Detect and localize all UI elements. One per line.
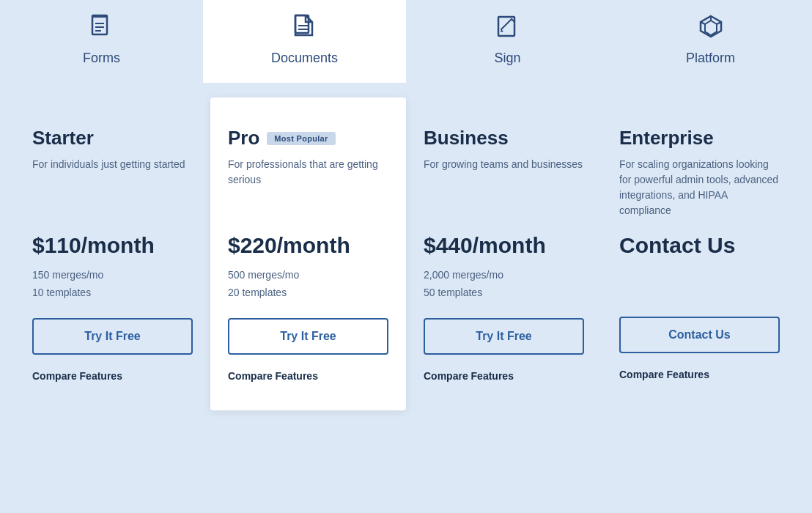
plan-pro-merges-line1: 500 merges/mo [228,269,299,281]
plan-starter-merges: 150 merges/mo 10 templates [32,267,193,302]
plan-business-description: For growing teams and businesses [424,157,584,223]
plan-pro-description: For professionals that are getting serio… [228,157,388,223]
svg-rect-0 [92,15,107,34]
documents-icon [292,13,318,45]
plan-business: Business For growing teams and businesse… [406,105,602,410]
plan-pro-compare[interactable]: Compare Features [228,370,318,382]
plan-enterprise: Enterprise For scaling organizations loo… [602,105,797,410]
forms-icon [89,13,115,45]
svg-line-11 [501,19,512,29]
plan-starter: Starter For individuals just getting sta… [15,105,210,410]
plan-pro-merges: 500 merges/mo 20 templates [228,267,388,302]
plan-starter-cta[interactable]: Try It Free [32,318,193,355]
svg-rect-6 [295,15,309,33]
plan-enterprise-price: Contact Us [619,233,780,258]
tab-sign-label: Sign [494,51,520,66]
tab-forms-label: Forms [83,51,120,66]
plan-starter-merges-line1: 150 merges/mo [32,269,103,281]
pricing-section: Starter For individuals just getting sta… [0,83,812,440]
plan-business-merges: 2,000 merges/mo 50 templates [424,267,584,302]
nav-tabs: Forms Documents [0,0,812,83]
plan-enterprise-name: Enterprise [619,127,780,150]
svg-marker-13 [705,21,717,35]
plan-business-price: $440/month [424,233,584,258]
plan-business-compare[interactable]: Compare Features [424,370,514,382]
tab-platform-label: Platform [686,51,735,66]
most-popular-badge: Most Popular [267,132,335,145]
plan-starter-name: Starter [32,127,193,150]
tab-documents[interactable]: Documents [203,0,406,83]
plan-pro: Pro Most Popular For professionals that … [210,97,406,410]
plan-enterprise-compare[interactable]: Compare Features [619,369,709,380]
plan-business-cta[interactable]: Try It Free [424,318,584,355]
plan-business-merges-line1: 2,000 merges/mo [424,269,503,281]
plan-starter-price: $110/month [32,233,193,258]
plan-pro-name: Pro [228,127,259,150]
tab-platform[interactable]: Platform [609,0,812,83]
plan-business-merges-line2: 50 templates [424,287,482,298]
svg-rect-2 [92,15,107,18]
plan-business-name: Business [424,127,584,150]
plan-starter-merges-line2: 10 templates [32,287,91,298]
platform-icon [698,13,724,45]
plan-starter-compare[interactable]: Compare Features [32,370,122,382]
sign-icon [495,13,521,45]
plan-pro-price: $220/month [228,233,388,258]
tab-sign[interactable]: Sign [406,0,609,83]
plan-pro-merges-line2: 20 templates [228,287,287,298]
plan-enterprise-description: For scaling organizations looking for po… [619,157,780,223]
plan-enterprise-merges [619,267,780,300]
plan-starter-description: For individuals just getting started [32,157,193,223]
plan-enterprise-cta[interactable]: Contact Us [619,317,780,353]
tab-forms[interactable]: Forms [0,0,203,83]
plan-pro-header: Pro Most Popular [228,127,388,150]
tab-documents-label: Documents [271,51,338,66]
plan-pro-cta[interactable]: Try It Free [228,318,388,355]
